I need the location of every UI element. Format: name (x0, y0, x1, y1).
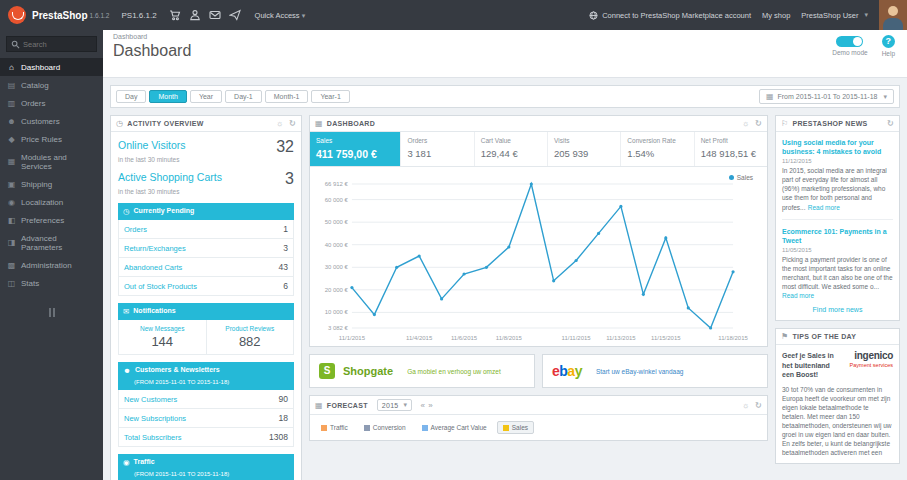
next-year-icon[interactable]: » (428, 401, 433, 410)
grid-icon: ▦ (315, 401, 323, 410)
user-menu[interactable]: PrestaShop User▾ (801, 11, 868, 20)
sidebar-item-advanced-parameters[interactable]: ◨Advanced Parameters (0, 229, 103, 256)
news-article-title[interactable]: Using social media for your business: 4 … (782, 138, 893, 156)
svg-text:30 000 €: 30 000 € (325, 264, 349, 270)
marketplace-link[interactable]: Connect to PrestaShop Marketplace accoun… (589, 11, 751, 20)
forecast-legend-traffic[interactable]: Traffic (315, 421, 354, 434)
mail-icon: ✉ (123, 307, 129, 316)
news-article-title[interactable]: Ecommerce 101: Payments in a Tweet (782, 227, 893, 245)
gear-icon[interactable]: ☼ (742, 401, 750, 410)
filter-month-1-button[interactable]: Month-1 (265, 90, 309, 103)
svg-text:11/18/2015: 11/18/2015 (718, 335, 748, 341)
sidebar-item-stats[interactable]: ◫Stats (0, 274, 103, 292)
user-avatar[interactable] (879, 0, 907, 30)
read-more-link[interactable]: Read more (782, 292, 814, 299)
tip-body: 30 tot 70% van de consumenten in Europa … (782, 385, 893, 458)
ebay-link[interactable]: Start uw eBay-winkel vandaag (596, 368, 683, 375)
sidebar-item-shipping[interactable]: ▣Shipping (0, 175, 103, 193)
administration-icon: ▩ (7, 261, 16, 270)
orders-notification-icon[interactable] (169, 9, 181, 21)
abandoned-carts-link[interactable]: Abandoned Carts (124, 263, 182, 272)
sidebar-item-customers[interactable]: ☻Customers (0, 112, 103, 130)
chart-legend-sales[interactable]: Sales (729, 174, 753, 181)
help-button[interactable]: ? (882, 35, 895, 48)
sidebar-item-orders[interactable]: ▥Orders (0, 94, 103, 112)
messages-notification-icon[interactable] (209, 9, 221, 21)
new-messages-cell[interactable]: New Messages 144 (119, 320, 206, 354)
quick-access-menu[interactable]: Quick Access▾ (255, 11, 306, 20)
news-article-excerpt: Picking a payment provider is one of the… (782, 256, 893, 290)
search-input[interactable] (23, 40, 93, 49)
total-subscribers-link[interactable]: Total Subscribers (124, 433, 182, 442)
news-article-date: 11/05/2015 (782, 247, 893, 253)
filter-day-1-button[interactable]: Day-1 (225, 90, 262, 103)
online-visitors-value: 32 (276, 139, 294, 155)
pending-returns-link[interactable]: Return/Exchanges (124, 244, 186, 253)
announcement-rocket-icon[interactable] (229, 9, 241, 21)
kpi-net-profit[interactable]: Net Profit148 918,51 € (695, 132, 767, 166)
sidebar-item-preferences[interactable]: ◧Preferences (0, 211, 103, 229)
lightbulb-icon: ⚑ (781, 332, 788, 341)
read-more-link[interactable]: Read more (808, 204, 840, 211)
previous-year-icon[interactable]: « (420, 401, 425, 410)
svg-text:3 082 €: 3 082 € (328, 325, 349, 331)
dashboard-panel-title: DASHBOARD (327, 120, 375, 127)
globe-icon: ◉ (123, 458, 130, 467)
svg-text:66 912 €: 66 912 € (325, 181, 349, 187)
sidebar-item-price-rules[interactable]: ◆Price Rules (0, 130, 103, 148)
sidebar-nav: ⌂Dashboard ▤Catalog ▥Orders ☻Customers ◆… (0, 58, 103, 292)
find-more-news-link[interactable]: Find more news (782, 300, 893, 314)
customers-notification-icon[interactable] (189, 9, 201, 21)
gear-icon[interactable]: ☼ (276, 119, 284, 128)
gear-icon[interactable]: ☼ (742, 119, 750, 128)
filter-year-1-button[interactable]: Year-1 (311, 90, 349, 103)
ingenico-logo[interactable]: ingenico Payment services (850, 351, 893, 379)
svg-text:11/13/2015: 11/13/2015 (606, 335, 636, 341)
refresh-icon[interactable]: ↻ (755, 401, 762, 410)
topbar-notification-icons (169, 9, 241, 21)
sidebar-item-localization[interactable]: ◉Localization (0, 193, 103, 211)
shopgate-link[interactable]: Ga mobiel en verhoog uw omzet (407, 368, 501, 375)
kpi-orders[interactable]: Orders3 181 (401, 132, 474, 166)
forecast-legend-conversion[interactable]: Conversion (358, 421, 412, 434)
svg-text:50 000 €: 50 000 € (325, 219, 349, 225)
clock-icon: ◷ (123, 207, 130, 216)
kpi-cart-value[interactable]: Cart Value129,44 € (475, 132, 548, 166)
active-carts-link[interactable]: Active Shopping Carts (118, 171, 222, 183)
prestashop-logo-icon[interactable] (8, 6, 26, 24)
demo-mode-toggle[interactable] (836, 36, 863, 47)
filter-month-button[interactable]: Month (149, 90, 186, 103)
svg-text:40 000 €: 40 000 € (325, 242, 349, 248)
forecast-year-select[interactable]: 2015▾ (377, 399, 413, 411)
refresh-icon[interactable]: ↻ (887, 119, 894, 128)
online-visitors-link[interactable]: Online Visitors (118, 139, 186, 151)
pending-orders-link[interactable]: Orders (124, 225, 147, 234)
refresh-icon[interactable]: ↻ (289, 119, 296, 128)
sidebar-item-modules-and-services[interactable]: ▦Modules and Services (0, 148, 103, 175)
sidebar-item-administration[interactable]: ▩Administration (0, 256, 103, 274)
breadcrumb[interactable]: Dashboard (113, 33, 897, 40)
forecast-legend-average-cart-value[interactable]: Average Cart Value (416, 421, 493, 434)
news-article: Ecommerce 101: Payments in a Tweet 11/05… (782, 219, 893, 301)
new-customers-link[interactable]: New Customers (124, 395, 177, 404)
kpi-visits[interactable]: Visits205 939 (548, 132, 621, 166)
sidebar-item-catalog[interactable]: ▤Catalog (0, 76, 103, 94)
date-range-picker[interactable]: ▦ From 2015-11-01 To 2015-11-18 ▾ (759, 89, 894, 104)
sidebar-collapse-button[interactable] (49, 308, 55, 317)
filter-day-button[interactable]: Day (116, 90, 146, 103)
my-shop-link[interactable]: My shop (762, 11, 790, 20)
out-of-stock-link[interactable]: Out of Stock Products (124, 282, 197, 291)
shop-name-link[interactable]: PS1.6.1.2 (121, 11, 156, 20)
sidebar-item-dashboard[interactable]: ⌂Dashboard (0, 58, 103, 76)
product-reviews-cell[interactable]: Product Reviews 882 (206, 320, 294, 354)
ebay-module-ad: ebay Start uw eBay-winkel vandaag (542, 354, 768, 388)
filter-year-button[interactable]: Year (190, 90, 222, 103)
svg-text:11/15/2015: 11/15/2015 (651, 335, 681, 341)
activity-overview-panel: ◷ ACTIVITY OVERVIEW ☼↻ Online Visitors32… (110, 115, 302, 480)
refresh-icon[interactable]: ↻ (755, 119, 762, 128)
new-subscriptions-link[interactable]: New Subscriptions (124, 414, 186, 423)
kpi-conversion-rate[interactable]: Conversion Rate1.54% (621, 132, 694, 166)
kpi-sales[interactable]: Sales411 759,00 € (310, 132, 401, 166)
forecast-legend-sales[interactable]: Sales (497, 421, 534, 434)
active-carts-caption: in the last 30 minutes (118, 188, 294, 195)
